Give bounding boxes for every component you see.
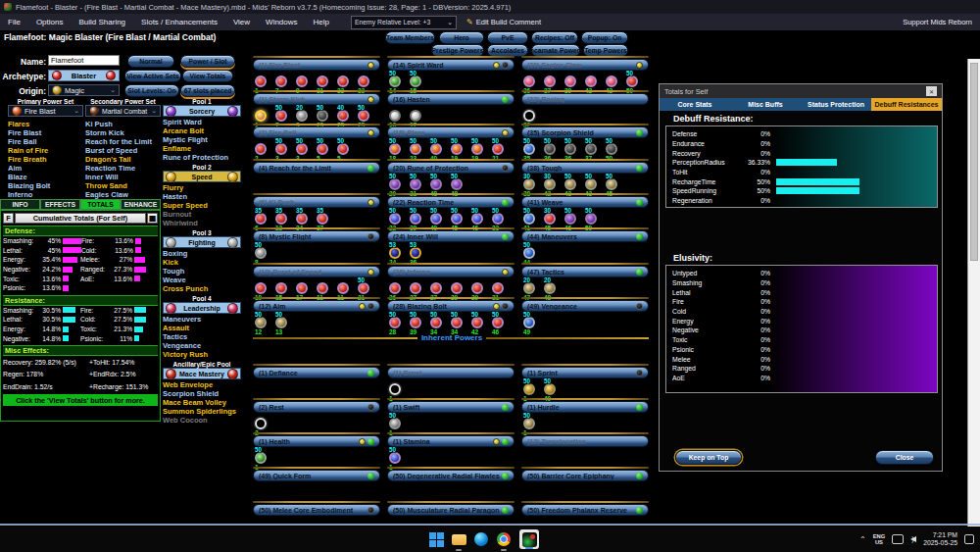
- pool-power-burnout[interactable]: Burnout: [163, 210, 241, 219]
- power--2-rest[interactable]: (2) Rest2: [253, 398, 380, 436]
- power--49-quick-form[interactable]: (49) Quick Form: [253, 467, 380, 481]
- power--14-spirit-ward[interactable]: (14) Spirit Ward50145015: [387, 56, 514, 94]
- background-window-scrollbar[interactable]: [967, 59, 980, 534]
- menu-view[interactable]: View: [225, 14, 258, 30]
- pool-power-whirlwind[interactable]: Whirlwind: [163, 219, 241, 227]
- power-bar[interactable]: (32) Boxing: [521, 93, 649, 105]
- pool-select-fighting[interactable]: Fighting: [163, 236, 241, 248]
- pool-power-mace-beam-volley[interactable]: Mace Beam Volley: [163, 398, 241, 407]
- power--49-vengeance[interactable]: (49) Vengeance5049: [521, 297, 649, 335]
- pool-power-tactics[interactable]: Tactics: [163, 332, 241, 341]
- pool-power-spirit-ward[interactable]: Spirit Ward: [163, 118, 241, 126]
- pool-select-sorcery[interactable]: Sorcery: [163, 105, 241, 117]
- menu-options[interactable]: Options: [28, 14, 72, 30]
- pool-power-rune-of-protection[interactable]: Rune of Protection: [163, 153, 241, 162]
- power--41-weave[interactable]: (41) Weave5041304550465050: [521, 193, 649, 231]
- view-totals-button[interactable]: View Totals: [182, 70, 233, 82]
- pool-power-vengeance[interactable]: Vengeance: [163, 341, 241, 350]
- enhancement-slot[interactable]: 5013: [275, 317, 296, 335]
- clock[interactable]: 7:21 PM 2025-05-25: [923, 531, 957, 547]
- menu-help[interactable]: Help: [306, 14, 337, 30]
- power-bar[interactable]: (4) Reach for the Limit: [253, 162, 380, 174]
- powerset-item-aim[interactable]: Aim: [8, 164, 85, 173]
- power--50-melee-core-embodiment[interactable]: (50) Melee Core Embodiment: [253, 501, 380, 516]
- start-button[interactable]: [428, 531, 444, 547]
- slot-levels-button[interactable]: Slot Levels: On: [124, 84, 179, 97]
- pool-power-maneuvers[interactable]: Maneuvers: [163, 315, 241, 324]
- power--24-inner-will[interactable]: (24) Inner Will53245336: [387, 227, 514, 266]
- power--1-brawl[interactable]: (1) Brawl1: [387, 364, 514, 402]
- secondary-powerset-select[interactable]: Martial Combat ⌄: [85, 105, 161, 117]
- pool-power-flurry[interactable]: Flurry: [163, 183, 241, 192]
- powerset-item-fire-ball[interactable]: Fire Ball: [8, 137, 85, 146]
- power-bar[interactable]: (1) Brawl: [387, 367, 514, 378]
- pool-power-enflame[interactable]: Enflame: [163, 144, 241, 153]
- power-bar[interactable]: (8) Mystic Flight: [253, 230, 380, 242]
- pool-power-arcane-bolt[interactable]: Arcane Bolt: [163, 126, 241, 135]
- power--1-fire-blast[interactable]: (1) Fire Blast179313333: [253, 56, 380, 94]
- power--12-aim[interactable]: (12) Aim50125013: [253, 297, 380, 335]
- power-bar[interactable]: (1) Stamina: [387, 435, 514, 447]
- powerset-item-rain-of-fire[interactable]: Rain of Fire: [8, 146, 85, 155]
- mids-reborn-taskbar-icon[interactable]: [518, 531, 540, 547]
- tab-enhance[interactable]: ENHANCE: [121, 199, 161, 210]
- powerset-item-inner-will[interactable]: Inner Will: [85, 173, 163, 181]
- power--1-defiance[interactable]: (1) Defiance: [253, 364, 380, 378]
- power--6-ki-push[interactable]: (6) Ki Push356351335343537: [253, 193, 380, 231]
- power--35-scorpion-shield[interactable]: (35) Scorpion Shield50355036503650375050: [521, 124, 649, 162]
- pool-power-cross-punch[interactable]: Cross Punch: [163, 284, 241, 293]
- pool-select-mace-mastery[interactable]: Mace Mastery: [163, 368, 241, 379]
- power-bar[interactable]: (1) Health: [253, 435, 380, 447]
- chrome-icon[interactable]: [496, 531, 512, 547]
- header-button-team-members[interactable]: Team Members: [385, 31, 435, 44]
- powerset-item-fire-blast[interactable]: Fire Blast: [8, 128, 85, 137]
- tab-effects[interactable]: EFFECTS: [40, 199, 80, 210]
- notifications-icon[interactable]: [964, 534, 974, 544]
- power-bar[interactable]: (1) Defiance: [253, 367, 380, 378]
- power-bar[interactable]: (1) Swift: [387, 401, 514, 413]
- powerset-item-burst-of-speed[interactable]: Burst of Speed: [85, 146, 163, 155]
- pool-select-speed[interactable]: Speed: [163, 171, 241, 182]
- totals-tab-core-stats[interactable]: Core Stats: [660, 98, 730, 111]
- power-bar[interactable]: (24) Inner Will: [387, 230, 514, 242]
- enhancement-slot[interactable]: 5049: [523, 317, 544, 335]
- normal-button[interactable]: Normal: [127, 55, 174, 68]
- power--20-rune-of-protection[interactable]: (20) Rune of Protection5020503150485048: [387, 159, 514, 197]
- power-bar[interactable]: (44) Maneuvers: [521, 230, 649, 242]
- view-active-sets-button[interactable]: View Active Sets: [124, 70, 181, 82]
- pool-power-assault[interactable]: Assault: [163, 324, 241, 332]
- power--10-burst-of-speed[interactable]: (10) Burst of Speed10151711115021: [253, 263, 380, 301]
- power--1-stamina[interactable]: (1) Stamina501: [387, 432, 514, 471]
- pool-power-boxing[interactable]: Boxing: [163, 249, 241, 258]
- power-bar[interactable]: (47) Tactics: [521, 266, 649, 277]
- totals-window-titlebar[interactable]: Totals for Self ✕: [660, 84, 942, 98]
- power--1-hurdle[interactable]: (1) Hurdle501: [521, 398, 649, 436]
- totals-close-button[interactable]: Close: [875, 450, 934, 465]
- power-bar[interactable]: (50) Musculature Radial Paragon: [387, 504, 514, 516]
- close-icon[interactable]: ✕: [926, 86, 937, 96]
- archetype-select[interactable]: Blaster: [48, 70, 120, 81]
- header-button-hero[interactable]: Hero: [439, 31, 484, 44]
- keep-on-top-button[interactable]: Keep on Top: [675, 450, 742, 465]
- power--50-barrier-core-epiphany[interactable]: (50) Barrier Core Epiphany: [521, 467, 649, 481]
- origin-select[interactable]: Magic ⌄: [48, 84, 120, 96]
- pool-power-scorpion-shield[interactable]: Scorpion Shield: [163, 389, 241, 398]
- pool-select-leadership[interactable]: Leadership: [163, 302, 241, 314]
- power--47-tactics[interactable]: (47) Tactics20472048: [521, 263, 649, 301]
- pool-power-weave[interactable]: Weave: [163, 276, 241, 284]
- graph-icon[interactable]: ▦: [147, 213, 158, 224]
- powerset-item-dragon-s-tail[interactable]: Dragon's Tail: [85, 155, 163, 164]
- power--12-translocation[interactable]: (12) Translocation: [521, 432, 649, 447]
- power--30-eagles-claw[interactable]: (30) Eagles Claw36373942435050: [521, 56, 649, 94]
- power-slot-button[interactable]: Power / Slot: [180, 55, 235, 68]
- power--50-musculature-radial-paragon[interactable]: (50) Musculature Radial Paragon: [387, 501, 514, 516]
- power--1-swift[interactable]: (1) Swift501: [387, 398, 514, 436]
- header-button-popup-on[interactable]: Popup: On: [581, 31, 628, 44]
- power-bar[interactable]: (50) Melee Core Embodiment: [253, 504, 380, 516]
- pool-power-summon-spiderlings[interactable]: Summon Spiderlings: [163, 407, 241, 416]
- f-button[interactable]: F: [3, 213, 14, 224]
- powerset-item-eagles-claw[interactable]: Eagles Claw: [85, 190, 163, 199]
- pool-power-hasten[interactable]: Hasten: [163, 192, 241, 201]
- power-bar[interactable]: (12) Aim: [253, 300, 380, 312]
- pool-power-victory-rush[interactable]: Victory Rush: [163, 350, 241, 359]
